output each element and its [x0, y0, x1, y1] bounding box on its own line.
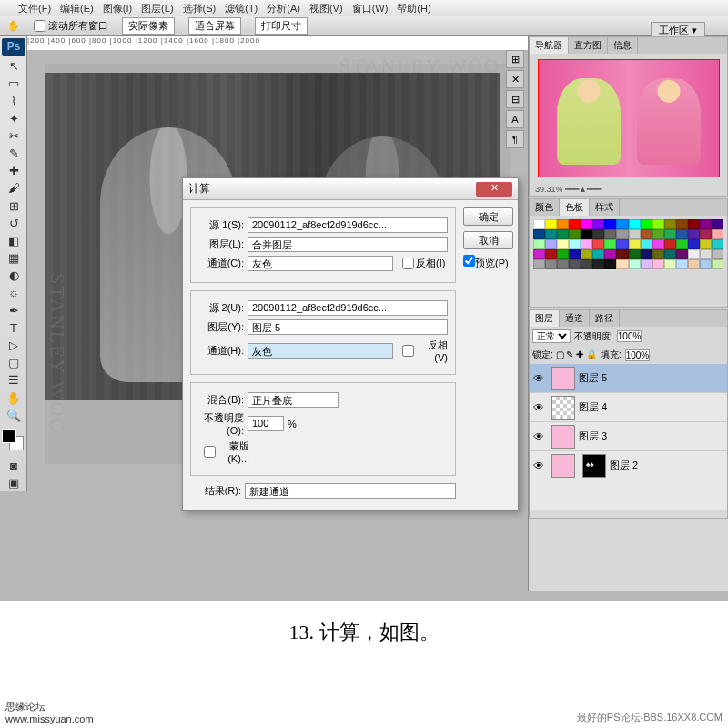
- swatch[interactable]: [629, 249, 641, 259]
- swatch[interactable]: [581, 229, 592, 239]
- swatch[interactable]: [592, 239, 604, 249]
- swatch[interactable]: [569, 229, 581, 239]
- menu-select[interactable]: 选择(S): [183, 2, 217, 15]
- swatch[interactable]: [641, 259, 652, 269]
- panel-icon-2[interactable]: ✕: [506, 70, 524, 88]
- swatch[interactable]: [641, 219, 652, 229]
- swatch[interactable]: [557, 239, 569, 249]
- hand-tool[interactable]: ✋: [2, 389, 25, 405]
- zoom-tool[interactable]: 🔍: [2, 408, 25, 423]
- swatch[interactable]: [664, 249, 676, 259]
- swatch[interactable]: [664, 229, 676, 239]
- menu-view[interactable]: 视图(V): [309, 2, 343, 15]
- panel-icon-1[interactable]: ⊞: [506, 50, 524, 68]
- lasso-tool[interactable]: ⌇: [2, 93, 25, 108]
- wand-tool[interactable]: ✦: [2, 110, 25, 126]
- swatch[interactable]: [581, 259, 592, 269]
- swatch[interactable]: [604, 239, 616, 249]
- scroll-all-checkbox[interactable]: 滚动所有窗口: [34, 19, 108, 33]
- swatch[interactable]: [616, 249, 628, 259]
- fit-screen-button[interactable]: 适合屏幕: [188, 17, 241, 35]
- swatch[interactable]: [569, 249, 581, 259]
- panel-icon-3[interactable]: ⊟: [506, 90, 524, 108]
- swatch[interactable]: [604, 249, 616, 259]
- eraser-tool[interactable]: ◧: [2, 233, 25, 248]
- swatch[interactable]: [688, 219, 700, 229]
- preview-checkbox[interactable]: 预览(P): [463, 258, 509, 268]
- tab-navigator[interactable]: 导航器: [530, 37, 569, 54]
- swatch[interactable]: [652, 249, 664, 259]
- tab-channels[interactable]: 通道: [560, 310, 590, 327]
- screenmode-tool[interactable]: ▣: [2, 475, 25, 490]
- opacity-input[interactable]: [617, 330, 642, 342]
- swatch[interactable]: [604, 219, 616, 229]
- stamp-tool[interactable]: ⊞: [2, 197, 25, 213]
- menu-analysis[interactable]: 分析(A): [267, 2, 300, 15]
- menu-help[interactable]: 帮助(H): [397, 2, 430, 15]
- swatch[interactable]: [676, 219, 688, 229]
- print-size-button[interactable]: 打印尺寸: [255, 17, 308, 35]
- src2-select[interactable]: 20090112_af8ecf2d919d6cc...: [248, 300, 448, 316]
- tab-color[interactable]: 颜色: [530, 199, 560, 216]
- swatch[interactable]: [581, 219, 592, 229]
- swatch[interactable]: [712, 219, 723, 229]
- layer-row[interactable]: 👁图层 2: [530, 451, 727, 480]
- swatch[interactable]: [581, 249, 592, 259]
- swatch[interactable]: [616, 239, 628, 249]
- swatch[interactable]: [545, 259, 557, 269]
- visibility-icon[interactable]: 👁: [530, 430, 548, 443]
- blend-mode-select[interactable]: 正常: [532, 329, 571, 343]
- tab-swatches[interactable]: 色板: [560, 199, 590, 216]
- swatch[interactable]: [712, 239, 723, 249]
- tab-layers[interactable]: 图层: [530, 310, 560, 327]
- swatch[interactable]: [592, 229, 604, 239]
- layer-row[interactable]: 👁图层 4: [530, 393, 727, 422]
- history-brush-tool[interactable]: ↺: [2, 216, 25, 231]
- close-icon[interactable]: ✕: [476, 182, 512, 197]
- swatch[interactable]: [676, 259, 688, 269]
- menu-layer[interactable]: 图层(L): [141, 2, 173, 15]
- eyedropper-tool[interactable]: ✎: [2, 146, 25, 161]
- path-tool[interactable]: ▷: [2, 338, 25, 353]
- type-tool[interactable]: T: [2, 320, 25, 336]
- swatch[interactable]: [616, 229, 628, 239]
- layer2-select[interactable]: 图层 5: [248, 319, 448, 335]
- result-select[interactable]: 新建通道: [245, 483, 456, 499]
- swatch[interactable]: [688, 239, 700, 249]
- color-swatches[interactable]: [2, 429, 25, 452]
- swatch[interactable]: [545, 249, 557, 259]
- swatch[interactable]: [592, 259, 604, 269]
- swatch[interactable]: [652, 229, 664, 239]
- actual-pixels-button[interactable]: 实际像素: [122, 17, 175, 35]
- swatch[interactable]: [581, 239, 592, 249]
- mask-checkbox[interactable]: 蒙版(K)...: [204, 440, 249, 464]
- swatch[interactable]: [664, 259, 676, 269]
- swatch[interactable]: [592, 249, 604, 259]
- visibility-icon[interactable]: 👁: [530, 460, 548, 472]
- tab-styles[interactable]: 样式: [590, 199, 620, 216]
- swatch[interactable]: [557, 259, 569, 269]
- crop-tool[interactable]: ✂: [2, 128, 25, 144]
- swatch[interactable]: [664, 239, 676, 249]
- swatch[interactable]: [629, 239, 641, 249]
- menu-filter[interactable]: 滤镜(T): [225, 2, 258, 15]
- channel1-select[interactable]: 灰色: [248, 256, 393, 271]
- fill-input[interactable]: [625, 349, 650, 361]
- swatch[interactable]: [533, 229, 545, 239]
- swatch[interactable]: [641, 249, 652, 259]
- swatch[interactable]: [533, 239, 545, 249]
- layer-row[interactable]: 👁图层 3: [530, 422, 727, 451]
- swatch[interactable]: [569, 219, 581, 229]
- swatch[interactable]: [616, 219, 628, 229]
- panel-icon-5[interactable]: ¶: [506, 130, 524, 148]
- menu-image[interactable]: 图像(I): [103, 2, 132, 15]
- swatch[interactable]: [545, 219, 557, 229]
- swatch[interactable]: [700, 239, 712, 249]
- menu-file[interactable]: 文件(F): [18, 2, 51, 15]
- shape-tool[interactable]: ▢: [2, 355, 25, 370]
- opacity-input2[interactable]: 100: [248, 416, 284, 431]
- swatch[interactable]: [688, 249, 700, 259]
- swatch[interactable]: [569, 239, 581, 249]
- swatch[interactable]: [676, 249, 688, 259]
- swatch[interactable]: [592, 219, 604, 229]
